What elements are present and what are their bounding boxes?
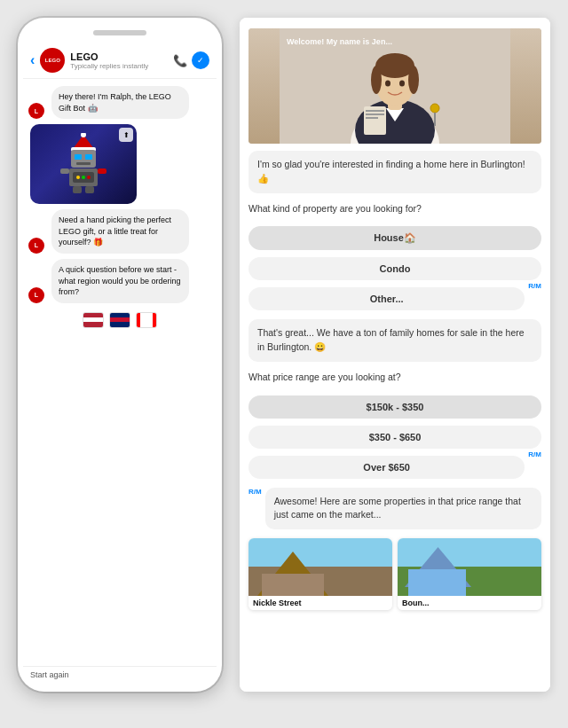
choice-condo[interactable]: Condo bbox=[248, 257, 541, 280]
svg-rect-31 bbox=[366, 110, 384, 112]
choice-350-650[interactable]: $350 - $650 bbox=[248, 426, 541, 449]
svg-text:Welcome! My name is Jen...: Welcome! My name is Jen... bbox=[287, 37, 392, 46]
phone-mockup: ‹ LEGO LEGO Typically replies instantly … bbox=[18, 18, 222, 692]
msg-property-type-question: What kind of property are you looking fo… bbox=[248, 200, 541, 218]
svg-point-23 bbox=[375, 53, 414, 78]
agent-photo: Welcome! My name is Jen... bbox=[248, 28, 541, 144]
brand-name: LEGO bbox=[70, 51, 168, 62]
choice-house[interactable]: House🏠 bbox=[248, 226, 541, 250]
msg-awesome-row: R/M Awesome! Here are some properties in… bbox=[248, 488, 541, 530]
svg-rect-6 bbox=[76, 162, 91, 165]
svg-rect-4 bbox=[75, 154, 82, 160]
back-button[interactable]: ‹ bbox=[30, 52, 35, 68]
svg-point-11 bbox=[87, 176, 91, 179]
svg-point-2 bbox=[81, 133, 86, 137]
property-image-2 bbox=[398, 538, 541, 596]
svg-rect-14 bbox=[73, 186, 82, 193]
msg-price-question: What price range are you looking at? bbox=[248, 369, 541, 387]
property-label-1: Nickle Street bbox=[248, 596, 392, 610]
chat-bubble-3: A quick question before we start - what … bbox=[51, 259, 189, 303]
agent-image: Welcome! My name is Jen... bbox=[248, 28, 541, 144]
property-card-2[interactable]: Boun... bbox=[398, 538, 541, 610]
call-icon[interactable]: 📞 bbox=[173, 54, 187, 67]
svg-point-10 bbox=[82, 176, 85, 179]
us-flag-button[interactable] bbox=[83, 312, 104, 328]
price-range-choices: $150k - $350 $350 - $650 Over $650 R/M bbox=[248, 394, 541, 481]
svg-point-27 bbox=[399, 81, 405, 87]
agent-svg: Welcome! My name is Jen... bbox=[248, 28, 541, 144]
choice-other-row: Other... R/M bbox=[248, 286, 541, 312]
sender-avatar: L bbox=[28, 103, 44, 119]
message-row-3: L A quick question before we start - wha… bbox=[28, 259, 211, 303]
rm-label-2: R/M bbox=[528, 450, 541, 458]
chat-bubble-2: Need a hand picking the perfect LEGO gif… bbox=[51, 209, 189, 254]
property-image-1 bbox=[248, 538, 392, 596]
svg-point-24 bbox=[371, 66, 382, 94]
msg-awesome: Awesome! Here are some properties in tha… bbox=[265, 488, 541, 530]
sender-avatar-2: L bbox=[28, 238, 44, 254]
robot-svg bbox=[57, 133, 110, 195]
svg-point-9 bbox=[76, 176, 80, 179]
property-card-1[interactable]: Nickle Street bbox=[248, 538, 392, 610]
sender-avatar-3: L bbox=[28, 287, 44, 303]
rm-label-1: R/M bbox=[528, 282, 541, 290]
msg-great: That's great... We have a ton of family … bbox=[248, 319, 541, 362]
chat-messages: Welcome! My name is Jen... I'm so glad y… bbox=[240, 18, 550, 692]
chat-bubble-1: Hey there! I'm Ralph, the LEGO Gift Bot … bbox=[51, 86, 189, 119]
lego-robot-image: ⬆ bbox=[30, 124, 137, 204]
chat-area: L Hey there! I'm Ralph, the LEGO Gift Bo… bbox=[23, 79, 217, 664]
messenger-header: ‹ LEGO LEGO Typically replies instantly … bbox=[23, 44, 217, 79]
svg-rect-15 bbox=[85, 186, 94, 193]
image-share-icon[interactable]: ⬆ bbox=[119, 128, 133, 142]
header-info: LEGO Typically replies instantly bbox=[70, 51, 168, 70]
video-call-button[interactable]: ✓ bbox=[192, 51, 209, 69]
svg-rect-32 bbox=[366, 114, 384, 115]
svg-point-28 bbox=[430, 104, 439, 113]
property-label-2: Boun... bbox=[398, 596, 541, 610]
reply-status: Typically replies instantly bbox=[70, 62, 168, 70]
svg-point-25 bbox=[408, 66, 419, 94]
rm-label-3: R/M bbox=[248, 488, 262, 496]
choice-other[interactable]: Other... bbox=[248, 287, 525, 310]
svg-rect-12 bbox=[60, 168, 69, 174]
choice-over-650[interactable]: Over $650 bbox=[248, 456, 525, 479]
property-type-choices: House🏠 Condo Other... R/M bbox=[248, 224, 541, 312]
message-row-1: L Hey there! I'm Ralph, the LEGO Gift Bo… bbox=[28, 86, 211, 119]
flag-selection-row bbox=[83, 312, 157, 328]
svg-rect-33 bbox=[366, 117, 378, 119]
svg-point-26 bbox=[385, 81, 390, 87]
start-again-link[interactable]: Start again bbox=[23, 666, 217, 683]
message-row-2: L Need a hand picking the perfect LEGO g… bbox=[28, 209, 211, 254]
choice-over-650-row: Over $650 R/M bbox=[248, 454, 541, 481]
property-cards: Nickle Street Boun... bbox=[248, 538, 541, 610]
choice-150-350[interactable]: $150k - $350 bbox=[248, 395, 541, 419]
svg-rect-5 bbox=[85, 154, 92, 160]
phone-notch bbox=[93, 30, 146, 35]
chat-panel: Welcome! My name is Jen... I'm so glad y… bbox=[240, 18, 550, 692]
msg-interested: I'm so glad you're interested in finding… bbox=[248, 151, 541, 193]
ca-flag-button[interactable] bbox=[136, 312, 157, 328]
svg-rect-13 bbox=[98, 168, 106, 174]
lego-avatar: LEGO bbox=[40, 48, 65, 73]
header-actions: 📞 ✓ bbox=[173, 51, 209, 69]
uk-flag-button[interactable] bbox=[109, 312, 130, 328]
